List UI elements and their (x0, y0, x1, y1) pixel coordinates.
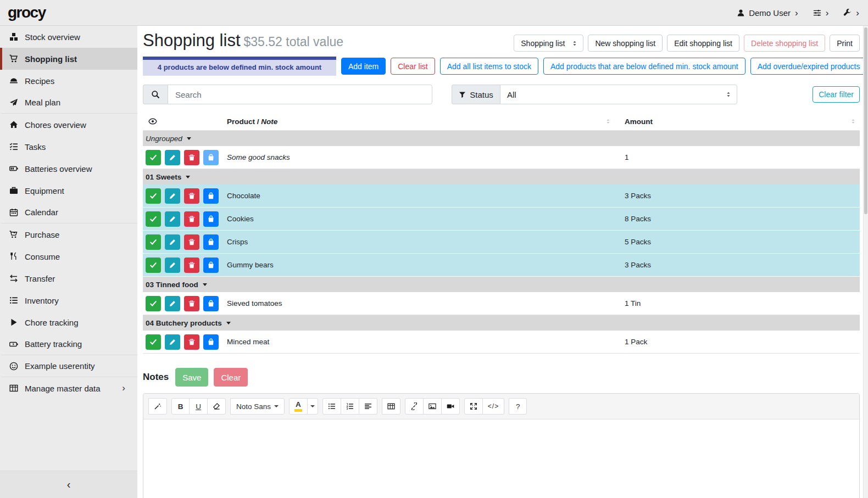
text-color-button[interactable]: A (289, 398, 308, 415)
delete-item-button[interactable] (184, 234, 199, 250)
edit-item-button[interactable] (165, 296, 180, 311)
edit-item-button[interactable] (165, 188, 180, 204)
editor-toolbar: B U Noto Sans A (143, 394, 859, 419)
product-column-header[interactable]: Product / Note (225, 117, 624, 126)
settings-menu[interactable]: › (813, 8, 829, 18)
underline-button[interactable]: U (190, 398, 208, 415)
clear-filter-button[interactable]: Clear filter (813, 86, 860, 103)
user-menu[interactable]: Demo User › (737, 8, 798, 18)
clear-formatting-button[interactable] (208, 398, 226, 415)
scrollbar-thumb[interactable] (864, 27, 867, 214)
edit-item-button[interactable] (165, 150, 180, 165)
search-icon-box (143, 85, 168, 104)
mark-done-button[interactable] (146, 296, 161, 311)
add-to-stock-button[interactable] (203, 258, 219, 273)
sidebar-collapse-button[interactable]: ‹ (0, 471, 137, 498)
sidebar-item-tasks[interactable]: Tasks (0, 136, 137, 158)
add-all-to-stock-button[interactable]: Add all list items to stock (440, 58, 538, 75)
add-overdue-button[interactable]: Add overdue/expired products (750, 58, 863, 75)
mark-done-button[interactable] (146, 150, 161, 165)
sidebar-item-meal-plan[interactable]: Meal plan (0, 92, 137, 114)
insert-picture-button[interactable] (424, 398, 442, 415)
status-select[interactable]: All (500, 85, 737, 104)
page-scrollbar[interactable] (863, 26, 868, 498)
sort-icon[interactable] (850, 118, 856, 125)
print-button[interactable]: Print (830, 35, 860, 52)
sidebar-item-chores-overview[interactable]: Chores overview (0, 114, 137, 136)
bold-button[interactable]: B (171, 398, 190, 415)
sidebar-item-recipes[interactable]: Recipes (0, 70, 137, 92)
clear-notes-button[interactable]: Clear (214, 368, 248, 387)
unordered-list-button[interactable] (322, 398, 341, 415)
sidebar-item-label: Calendar (25, 208, 132, 217)
sidebar-item-chore-tracking[interactable]: Chore tracking (0, 311, 137, 333)
notes-editor-area[interactable] (143, 419, 859, 498)
toggle-done-visibility-icon[interactable] (146, 117, 157, 126)
sidebar-item-battery-tracking[interactable]: Battery tracking (0, 333, 137, 355)
amount-cell: 1 Tin (624, 299, 860, 307)
group-header-row[interactable]: 04 Butchery products (143, 315, 860, 331)
sidebar-item-consume[interactable]: Consume (0, 245, 137, 267)
add-to-stock-button[interactable] (203, 150, 219, 165)
delete-shopping-list-button[interactable]: Delete shopping list (744, 35, 825, 52)
add-to-stock-button[interactable] (203, 188, 219, 204)
add-item-button[interactable]: Add item (341, 58, 386, 75)
edit-item-button[interactable] (165, 334, 180, 350)
add-to-stock-button[interactable] (203, 334, 219, 350)
below-min-stock-banner[interactable]: 4 products are below defined min. stock … (143, 57, 336, 76)
amount-column-header[interactable]: Amount (624, 117, 860, 126)
clear-list-button[interactable]: Clear list (391, 58, 435, 75)
add-to-stock-button[interactable] (203, 296, 219, 311)
sidebar-item-calendar[interactable]: Calendar (0, 202, 137, 223)
fullscreen-button[interactable] (464, 398, 483, 415)
group-header-row[interactable]: 01 Sweets (143, 169, 860, 184)
sidebar-item-purchase[interactable]: Purchase (0, 223, 137, 245)
sidebar-item-inventory[interactable]: Inventory (0, 289, 137, 311)
group-header-row[interactable]: Ungrouped (143, 131, 860, 146)
paragraph-style-button[interactable] (359, 398, 377, 415)
edit-item-button[interactable] (165, 234, 180, 250)
sidebar-item-manage-master-data[interactable]: Manage master data› (0, 377, 137, 399)
font-family-dropdown[interactable]: Noto Sans (230, 398, 285, 415)
magic-style-button[interactable] (148, 398, 167, 415)
delete-item-button[interactable] (184, 188, 199, 204)
sidebar-item-transfer[interactable]: Transfer (0, 267, 137, 289)
grocy-logo[interactable]: grocy (8, 4, 46, 21)
delete-item-button[interactable] (184, 211, 199, 227)
add-below-min-stock-button[interactable]: Add products that are below defined min.… (543, 58, 745, 75)
mark-done-button[interactable] (146, 211, 161, 227)
mark-done-button[interactable] (146, 188, 161, 204)
edit-item-button[interactable] (165, 258, 180, 273)
sort-icon[interactable] (605, 118, 611, 125)
add-to-stock-button[interactable] (203, 234, 219, 250)
delete-item-button[interactable] (184, 150, 199, 165)
mark-done-button[interactable] (146, 334, 161, 350)
insert-link-button[interactable] (405, 398, 424, 415)
mark-done-button[interactable] (146, 234, 161, 250)
sidebar-item-equipment[interactable]: Equipment (0, 180, 137, 202)
group-header-row[interactable]: 03 Tinned food (143, 277, 860, 292)
code-view-button[interactable]: </> (483, 398, 504, 415)
edit-item-button[interactable] (165, 211, 180, 227)
mark-done-button[interactable] (146, 258, 161, 273)
delete-item-button[interactable] (184, 258, 199, 273)
sidebar-item-example-userentity[interactable]: Example userentity (0, 355, 137, 377)
admin-tools-menu[interactable]: › (843, 8, 859, 18)
help-button[interactable]: ? (509, 398, 527, 415)
delete-item-button[interactable] (184, 334, 199, 350)
ordered-list-button[interactable] (341, 398, 359, 415)
new-shopping-list-button[interactable]: New shopping list (588, 35, 663, 52)
text-color-dropdown[interactable] (308, 398, 318, 415)
sidebar-item-shopping-list[interactable]: Shopping list (0, 48, 137, 70)
sidebar-item-stock-overview[interactable]: Stock overview (0, 26, 137, 48)
shopping-list-selector[interactable]: Shopping list (514, 35, 583, 52)
notes-editor: B U Noto Sans A (143, 393, 860, 498)
insert-video-button[interactable] (442, 398, 460, 415)
delete-item-button[interactable] (184, 296, 199, 311)
save-notes-button[interactable]: Save (175, 368, 208, 387)
add-to-stock-button[interactable] (203, 211, 219, 227)
search-input[interactable] (168, 85, 432, 104)
edit-shopping-list-button[interactable]: Edit shopping list (667, 35, 739, 52)
insert-table-button[interactable] (382, 398, 400, 415)
sidebar-item-batteries-overview[interactable]: Batteries overview (0, 158, 137, 180)
